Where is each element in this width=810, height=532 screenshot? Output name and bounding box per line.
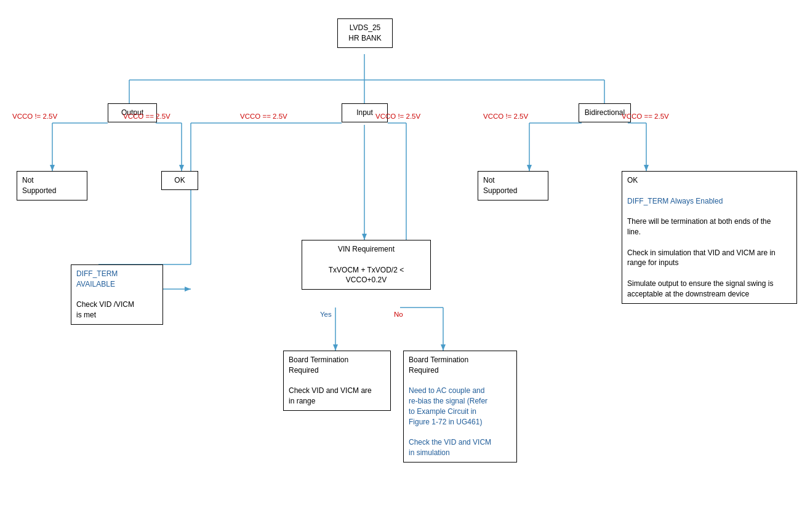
label-vcco-ne-25-bidir: VCCO != 2.5V (483, 113, 528, 120)
bt-no-line2: Required (409, 365, 511, 376)
bt-no-line8: in simulation (409, 448, 511, 458)
board-term-yes: Board Termination Required Check VID and… (283, 351, 391, 411)
svg-marker-10 (179, 165, 184, 171)
not-supported-output-line2: Supported (22, 186, 82, 196)
bt-no-line3: Need to AC couple and (409, 386, 511, 396)
bt-no-line1: Board Termination (409, 355, 511, 365)
not-supported-output: Not Supported (17, 171, 87, 200)
ok-bidir-box: OK DIFF_TERM Always Enabled There will b… (622, 171, 797, 304)
label-no: No (394, 311, 403, 318)
vin-req-line2: TxVOCM + TxVOD/2 < (307, 265, 425, 276)
ok-bidir-sim-text3: Simulate output to ensure the signal swi… (627, 279, 792, 289)
not-supported-bidir-line2: Supported (483, 186, 543, 196)
root-line1: LVDS_25 (343, 23, 387, 33)
bt-no-spacer (409, 376, 511, 386)
bt-yes-line1: Board Termination (289, 355, 385, 365)
bidir-label: Bidirectional (584, 108, 625, 118)
diff-term-line4: is met (76, 310, 158, 320)
bt-yes-spacer (289, 376, 385, 386)
ok-bidir-spacer4 (627, 268, 792, 279)
diff-term-line3: Check VID /VICM (76, 300, 158, 310)
svg-marker-21 (362, 234, 367, 240)
vin-req-line3: VCCO+0.2V (307, 275, 425, 285)
bt-no-line5: to Example Circuit in (409, 407, 511, 417)
label-vcco-ne-25-input: VCCO != 2.5V (375, 113, 420, 120)
label-vcco-eq-25-bidir: VCCO == 2.5V (622, 113, 669, 120)
ok-bidir-spacer3 (627, 237, 792, 248)
not-supported-output-line1: Not (22, 175, 82, 186)
ok-bidir-spacer2 (627, 206, 792, 216)
vin-req-line1: VIN Requirement (307, 244, 425, 255)
root-box: LVDS_25 HR BANK (337, 18, 393, 48)
ok-bidir-ok: OK (627, 175, 792, 186)
svg-marker-26 (441, 344, 446, 351)
bt-yes-line4: in range (289, 396, 385, 407)
diff-term-spacer (76, 290, 158, 300)
ok-bidir-spacer (627, 186, 792, 196)
vin-req-spacer (307, 255, 425, 265)
vin-req-box: VIN Requirement TxVOCM + TxVOD/2 < VCCO+… (302, 240, 431, 290)
svg-marker-23 (333, 344, 338, 351)
ok-bidir-sim-text2: range for inputs (627, 258, 792, 268)
svg-marker-7 (50, 165, 55, 171)
label-yes: Yes (320, 311, 332, 318)
bt-no-spacer2 (409, 427, 511, 438)
label-vcco-ne-25-output: VCCO != 2.5V (12, 113, 57, 120)
bt-no-line4: re-bias the signal (Refer (409, 396, 511, 407)
diff-term-line1: DIFF_TERM (76, 269, 158, 279)
ok-output-label: OK (167, 175, 193, 186)
svg-marker-29 (527, 165, 532, 171)
svg-marker-32 (644, 165, 649, 171)
ok-bidir-diff-term: DIFF_TERM Always Enabled (627, 196, 792, 207)
svg-marker-13 (185, 287, 191, 292)
not-supported-bidir-line1: Not (483, 175, 543, 186)
ok-bidir-sim-text4: acceptable at the downstream device (627, 289, 792, 300)
diff-term-line2: AVAILABLE (76, 279, 158, 290)
ok-output: OK (161, 171, 198, 190)
root-line2: HR BANK (343, 33, 387, 44)
diff-term-box: DIFF_TERM AVAILABLE Check VID /VICM is m… (71, 264, 163, 325)
bt-no-line6: Figure 1-72 in UG461) (409, 417, 511, 427)
bt-yes-line2: Required (289, 365, 385, 376)
label-vcco-eq-25-input: VCCO == 2.5V (240, 113, 287, 120)
ok-bidir-term-text1: There will be termination at both ends o… (627, 216, 792, 227)
bt-yes-line3: Check VID and VICM are (289, 386, 385, 396)
bt-no-line7: Check the VID and VICM (409, 437, 511, 448)
board-term-no: Board Termination Required Need to AC co… (403, 351, 517, 463)
ok-bidir-sim-text1: Check in simulation that VID and VICM ar… (627, 248, 792, 258)
not-supported-bidir: Not Supported (478, 171, 548, 200)
ok-bidir-term-text2: line. (627, 227, 792, 237)
label-vcco-eq-25-output: VCCO == 2.5V (123, 113, 170, 120)
